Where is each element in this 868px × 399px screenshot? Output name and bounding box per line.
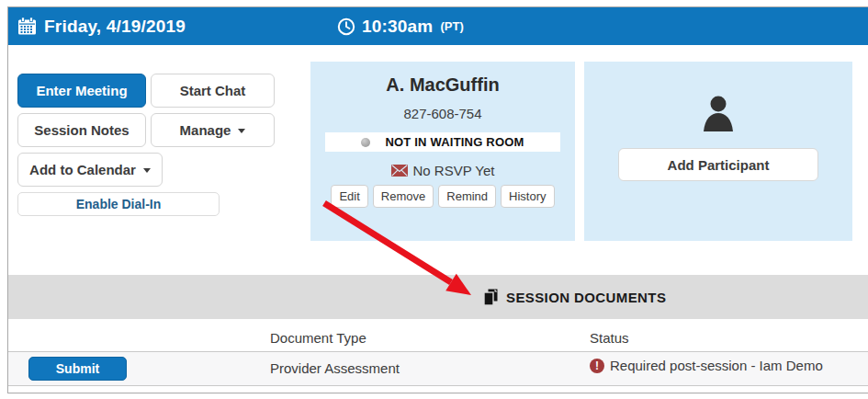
clock-icon bbox=[337, 17, 355, 36]
exclamation-circle-icon bbox=[590, 359, 604, 373]
session-time-label: 10:30am bbox=[362, 17, 433, 37]
add-participant-button[interactable]: Add Participant bbox=[618, 148, 818, 181]
enter-meeting-label: Enter Meeting bbox=[36, 83, 127, 98]
person-icon bbox=[702, 95, 735, 131]
add-participant-label: Add Participant bbox=[668, 157, 770, 173]
rsvp-status: No RSVP Yet bbox=[391, 163, 495, 178]
enable-dial-in-button[interactable]: Enable Dial-In bbox=[17, 192, 220, 216]
submit-document-button[interactable]: Submit bbox=[28, 357, 127, 381]
column-header-status: Status bbox=[590, 330, 629, 346]
session-timezone-label: (PT) bbox=[440, 19, 463, 33]
edit-button[interactable]: Edit bbox=[331, 185, 367, 208]
manage-dropdown-button[interactable]: Manage bbox=[151, 113, 275, 147]
calendar-icon bbox=[17, 17, 37, 36]
chevron-down-icon bbox=[143, 168, 151, 173]
session-date-label: Friday, 4/19/2019 bbox=[44, 17, 186, 37]
start-chat-label: Start Chat bbox=[180, 83, 246, 98]
participant-card: A. MacGuffin 827-608-754 NOT IN WAITING … bbox=[310, 62, 575, 241]
envelope-icon bbox=[391, 165, 408, 177]
participant-actions: Edit Remove Remind History bbox=[331, 185, 554, 208]
session-notes-button[interactable]: Session Notes bbox=[17, 113, 146, 147]
add-to-calendar-label: Add to Calendar bbox=[29, 162, 136, 177]
document-status-label: Required post-session - Iam Demo bbox=[610, 358, 823, 373]
session-documents-title: SESSION DOCUMENTS bbox=[506, 290, 666, 305]
chevron-down-icon bbox=[238, 129, 245, 133]
participant-meeting-id: 827-608-754 bbox=[403, 106, 481, 121]
session-notes-label: Session Notes bbox=[34, 122, 129, 138]
documents-table-header: Document Type Status bbox=[8, 325, 868, 352]
history-button[interactable]: History bbox=[501, 185, 554, 208]
session-header-bar: Friday, 4/19/2019 10:30am (PT) bbox=[8, 7, 868, 45]
session-date: Friday, 4/19/2019 bbox=[17, 7, 186, 45]
document-status-cell: Required post-session - Iam Demo bbox=[590, 358, 823, 373]
session-documents-header: SESSION DOCUMENTS bbox=[8, 275, 868, 319]
document-table-row: Submit Provider Assessment Required post… bbox=[8, 352, 868, 386]
add-participant-card: Add Participant bbox=[584, 62, 852, 241]
submit-label: Submit bbox=[56, 361, 99, 376]
column-header-document-type: Document Type bbox=[270, 330, 366, 346]
remind-button[interactable]: Remind bbox=[438, 185, 496, 208]
manage-label: Manage bbox=[180, 122, 231, 138]
add-to-calendar-dropdown-button[interactable]: Add to Calendar bbox=[17, 153, 163, 187]
session-time: 10:30am (PT) bbox=[337, 7, 464, 45]
enable-dial-in-label: Enable Dial-In bbox=[76, 197, 162, 211]
waiting-room-status: NOT IN WAITING ROOM bbox=[325, 132, 560, 152]
gray-status-dot-icon bbox=[361, 138, 370, 147]
document-type-cell: Provider Assessment bbox=[270, 360, 400, 376]
participant-name: A. MacGuffin bbox=[386, 74, 499, 96]
documents-icon bbox=[483, 289, 499, 306]
session-detail-panel: Friday, 4/19/2019 10:30am (PT) Enter Mee… bbox=[7, 6, 868, 393]
enter-meeting-button[interactable]: Enter Meeting bbox=[17, 74, 146, 108]
remove-button[interactable]: Remove bbox=[373, 185, 434, 208]
start-chat-button[interactable]: Start Chat bbox=[151, 74, 275, 108]
rsvp-status-label: No RSVP Yet bbox=[413, 163, 495, 178]
waiting-room-status-label: NOT IN WAITING ROOM bbox=[385, 135, 524, 149]
